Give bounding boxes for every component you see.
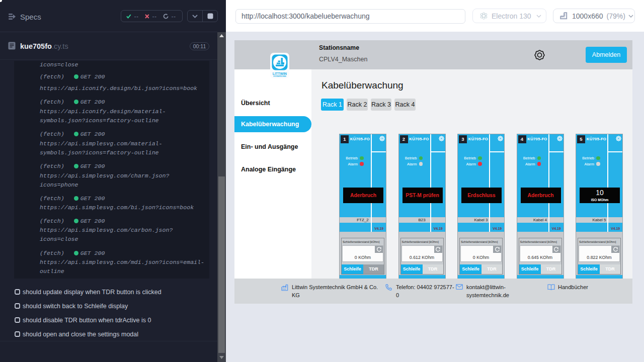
svg-text:SYSTEMTECHNIK: SYSTEMTECHNIK bbox=[273, 75, 287, 77]
svg-text:LITTWIN: LITTWIN bbox=[273, 72, 287, 75]
